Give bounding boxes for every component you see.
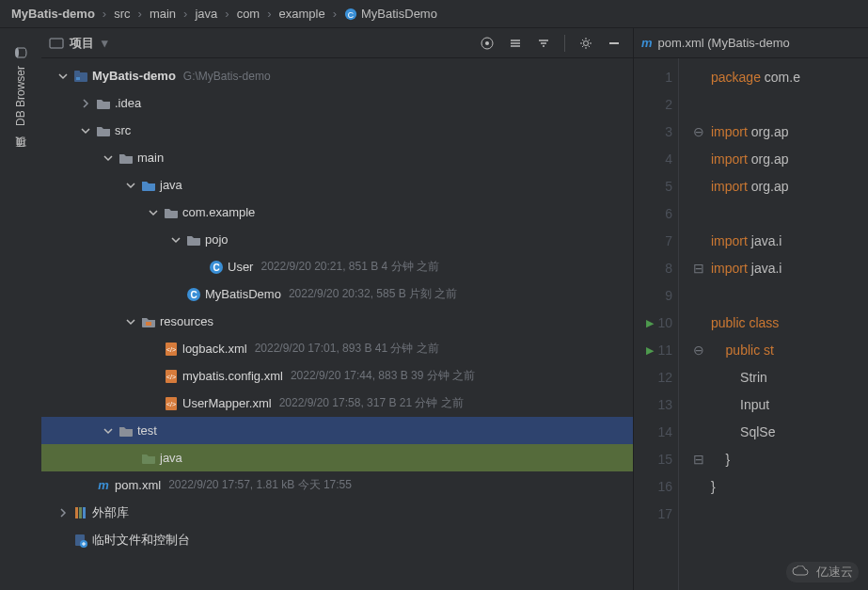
tree-arrow-icon[interactable] bbox=[124, 179, 137, 192]
run-icon[interactable]: ▶ bbox=[646, 310, 654, 337]
gutter-line[interactable]: 4 bbox=[634, 146, 672, 173]
tree-row[interactable]: com.example bbox=[41, 199, 633, 226]
code-line[interactable]: ⊟import java.i bbox=[692, 255, 868, 282]
gutter-line[interactable]: 5 bbox=[634, 173, 672, 200]
tree-arrow-icon[interactable] bbox=[192, 261, 205, 274]
editor-gutter[interactable]: 123456789▶10▶11121314151617 bbox=[634, 58, 679, 590]
breadcrumb-item[interactable]: src bbox=[110, 5, 134, 23]
tree-row[interactable]: java bbox=[41, 171, 633, 199]
gutter-line[interactable]: 6 bbox=[634, 200, 672, 228]
fold-icon[interactable]: ⊟ bbox=[692, 255, 705, 282]
tree-row[interactable]: resources bbox=[41, 308, 633, 335]
expand-all-button[interactable] bbox=[504, 32, 527, 55]
run-icon[interactable]: ▶ bbox=[646, 337, 654, 364]
tree-arrow-icon[interactable] bbox=[56, 534, 70, 547]
code-line[interactable]: package com.e bbox=[692, 64, 868, 91]
tree-arrow-icon[interactable] bbox=[56, 70, 70, 83]
code-line[interactable] bbox=[692, 91, 868, 119]
tree-row[interactable]: CMyBatisDemo2022/9/20 20:32, 585 B 片刻 之前 bbox=[41, 280, 633, 308]
select-opened-file-button[interactable] bbox=[476, 32, 498, 55]
tree-meta: 2022/9/20 17:01, 893 B 41 分钟 之前 bbox=[255, 341, 439, 357]
gutter-line[interactable]: 15 bbox=[634, 446, 672, 473]
code-line[interactable]: import java.i bbox=[692, 228, 868, 255]
fold-icon[interactable]: ⊖ bbox=[692, 119, 705, 146]
tree-row[interactable]: java bbox=[41, 444, 633, 471]
tree-meta: 2022/9/20 17:44, 883 B 39 分钟 之前 bbox=[291, 368, 475, 384]
tree-row[interactable]: </>UserMapper.xml2022/9/20 17:58, 317 B … bbox=[41, 390, 633, 417]
project-tree[interactable]: MyBatis-demoG:\MyBatis-demo.ideasrcmainj… bbox=[41, 58, 633, 590]
breadcrumb-item[interactable]: com bbox=[233, 5, 264, 23]
gutter-line[interactable]: 1 bbox=[634, 64, 672, 91]
breadcrumb-item[interactable]: C MyBatisDemo bbox=[340, 5, 441, 23]
gutter-line[interactable]: 3 bbox=[634, 119, 672, 146]
code-line[interactable]: ⊖ public st bbox=[692, 337, 868, 364]
code-line[interactable]: import org.ap bbox=[692, 173, 868, 200]
tree-row[interactable]: .idea bbox=[41, 89, 633, 117]
gutter-line[interactable]: 2 bbox=[634, 91, 672, 119]
breadcrumb-item[interactable]: MyBatis-demo bbox=[8, 5, 99, 23]
breadcrumb-item[interactable]: java bbox=[191, 5, 221, 23]
svg-text:C: C bbox=[213, 263, 219, 273]
tree-arrow-icon[interactable] bbox=[102, 151, 115, 165]
code-line[interactable]: ⊖import org.ap bbox=[692, 119, 868, 146]
tree-arrow-icon[interactable] bbox=[147, 370, 160, 383]
code-line[interactable] bbox=[692, 200, 868, 228]
tree-arrow-icon[interactable] bbox=[147, 343, 160, 356]
gutter-line[interactable]: 13 bbox=[634, 391, 672, 419]
code-line[interactable]: Strin bbox=[692, 364, 868, 391]
tree-row[interactable]: </>mybatis.config.xml2022/9/20 17:44, 88… bbox=[41, 362, 633, 390]
gutter-line[interactable]: 12 bbox=[634, 364, 672, 391]
editor-body[interactable]: 123456789▶10▶11121314151617 package com.… bbox=[634, 58, 868, 590]
tree-row[interactable]: pojo bbox=[41, 226, 633, 253]
code-line[interactable] bbox=[692, 501, 868, 528]
project-tool[interactable]: 项目 bbox=[11, 151, 31, 162]
tree-row[interactable]: 临时文件和控制台 bbox=[41, 526, 633, 553]
tree-row[interactable]: main bbox=[41, 144, 633, 171]
tree-arrow-icon[interactable] bbox=[124, 315, 137, 328]
tree-label: src bbox=[115, 123, 131, 137]
tree-arrow-icon[interactable] bbox=[79, 479, 92, 492]
fold-icon[interactable]: ⊟ bbox=[692, 446, 705, 473]
code-line[interactable] bbox=[692, 282, 868, 310]
breadcrumb-item[interactable]: example bbox=[276, 5, 329, 23]
gutter-line[interactable]: 14 bbox=[634, 419, 672, 446]
settings-button[interactable] bbox=[575, 32, 597, 55]
tree-arrow-icon[interactable] bbox=[124, 452, 137, 465]
fold-icon[interactable]: ⊖ bbox=[692, 337, 705, 364]
tree-arrow-icon[interactable] bbox=[169, 288, 182, 301]
code-line[interactable]: public class bbox=[692, 310, 868, 337]
tree-row[interactable]: </>logback.xml2022/9/20 17:01, 893 B 41 … bbox=[41, 335, 633, 362]
project-title[interactable]: 项目 ▾ bbox=[49, 35, 108, 52]
editor-tab[interactable]: m pom.xml (MyBatis-demo bbox=[641, 36, 790, 50]
code-line[interactable]: } bbox=[692, 473, 868, 501]
tree-row[interactable]: mpom.xml2022/9/20 17:57, 1.81 kB 今天 17:5… bbox=[41, 471, 633, 499]
code-line[interactable]: SqlSe bbox=[692, 419, 868, 446]
breadcrumb-item[interactable]: main bbox=[146, 5, 180, 23]
collapse-all-button[interactable] bbox=[532, 32, 555, 55]
tree-arrow-icon[interactable] bbox=[147, 397, 160, 410]
tree-row[interactable]: 外部库 bbox=[41, 499, 633, 526]
gutter-line[interactable]: ▶10 bbox=[634, 310, 672, 337]
tree-row[interactable]: MyBatis-demoG:\MyBatis-demo bbox=[41, 62, 633, 89]
gutter-line[interactable]: 16 bbox=[634, 473, 672, 501]
tree-row[interactable]: CUser2022/9/20 20:21, 851 B 4 分钟 之前 bbox=[41, 253, 633, 280]
code-line[interactable]: import org.ap bbox=[692, 146, 868, 173]
tree-row[interactable]: src bbox=[41, 117, 633, 144]
editor-code[interactable]: package com.e⊖import org.apimport org.ap… bbox=[679, 58, 868, 590]
code-line[interactable]: ⊟ } bbox=[692, 446, 868, 473]
gutter-line[interactable]: ▶11 bbox=[634, 337, 672, 364]
tree-arrow-icon[interactable] bbox=[169, 233, 182, 247]
tree-arrow-icon[interactable] bbox=[79, 97, 92, 110]
code-line[interactable]: Input bbox=[692, 391, 868, 419]
tree-arrow-icon[interactable] bbox=[56, 506, 70, 519]
tree-arrow-icon[interactable] bbox=[147, 206, 160, 219]
gutter-line[interactable]: 17 bbox=[634, 501, 672, 528]
tree-arrow-icon[interactable] bbox=[102, 424, 115, 438]
gutter-line[interactable]: 8 bbox=[634, 255, 672, 282]
db-browser-tool[interactable]: DB Browser bbox=[11, 40, 30, 132]
hide-button[interactable] bbox=[603, 32, 625, 55]
tree-arrow-icon[interactable] bbox=[79, 124, 92, 137]
gutter-line[interactable]: 7 bbox=[634, 228, 672, 255]
gutter-line[interactable]: 9 bbox=[634, 282, 672, 310]
tree-row[interactable]: test bbox=[41, 417, 633, 444]
